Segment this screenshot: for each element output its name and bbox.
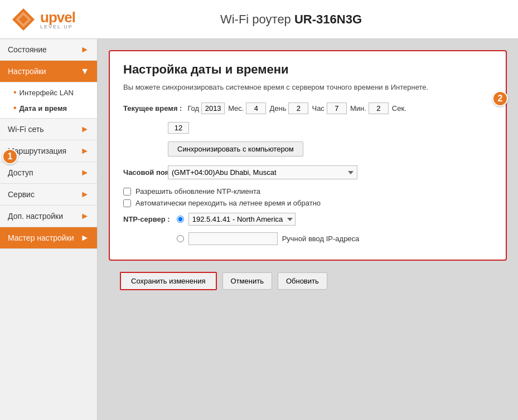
month-input[interactable] [246,102,266,114]
min-group: Мин. [350,102,389,114]
hour-input[interactable] [327,102,347,114]
sync-btn-row: Синхронизировать с компьютером [168,141,492,157]
ntp-manual-label: Ручной ввод IP-адреса [282,235,360,243]
logo-sub: LEVEL UP [40,24,75,30]
tz-row: Часовой пояс : (GMT+04:00)Abu Dhabi, Mus… [123,165,492,179]
month-group: Мес. [228,102,266,114]
sidebar-item-nastroyki[interactable]: Настройки ▼ [0,61,97,82]
sidebar-label-sostoyanie: Состояние [8,45,47,54]
min-label: Мин. [350,104,366,113]
card-desc: Вы можете синхронизировать системное вре… [123,82,492,92]
sidebar-label-nastroyki: Настройки [8,67,46,76]
sidebar-label-master: Мастер настройки [8,233,74,242]
refresh-button[interactable]: Обновить [278,272,327,290]
sidebar-label-dop: Доп. настройки [8,212,63,221]
sec-label: Сек. [392,104,406,113]
ntp-manual-radio[interactable] [177,235,184,242]
current-time-row: Текущее время : Год Мес. День Час [123,102,492,114]
subitem-lan-label: Интерфейс LAN [20,89,74,97]
year-group: Год [187,102,225,114]
hour-label: Час [312,104,324,113]
subitem-datetime-label: Дата и время [20,104,67,113]
logo-icon [11,7,36,32]
day-label: День [269,104,286,113]
sidebar-submenu-nastroyki: • Интерфейс LAN • Дата и время [0,82,97,119]
min-input[interactable] [369,102,389,114]
button-row: Сохранить изменения Отменить Обновить [109,272,507,290]
chevron-right-icon-wifi: ► [80,124,89,134]
sec-input[interactable] [168,122,189,134]
day-input[interactable] [288,102,308,114]
chevron-right-icon-dop: ► [80,211,89,221]
sec-group: Сек. [392,104,406,113]
sidebar-label-dostup: Доступ [8,168,33,177]
time-label: Текущее время : [123,104,182,113]
sync-button[interactable]: Синхронизировать с компьютером [168,141,303,157]
settings-card: Настройка даты и времени Вы можете синхр… [109,50,507,261]
cancel-button[interactable]: Отменить [222,272,272,290]
ntp-manual-row: Ручной ввод IP-адреса [177,232,360,245]
sidebar-item-dostup[interactable]: Доступ ► [0,162,97,184]
chevron-right-icon-master: ► [80,233,89,243]
ntp-section: NTP-сервер : 192.5.41.41 - North America… [123,213,492,248]
tz-label: Часовой пояс : [123,168,162,177]
sidebar-subitem-lan[interactable]: • Интерфейс LAN [0,85,97,100]
ntp-fields: 192.5.41.41 - North America 129.6.15.28 … [177,213,360,248]
month-label: Мес. [228,104,244,113]
badge-1: 1 [2,149,18,164]
ntp-enable-checkbox[interactable] [123,188,131,196]
chevron-right-icon-dostup: ► [80,168,89,178]
header: upvel LEVEL UP Wi-Fi роутер UR-316N3G [0,0,518,39]
chevron-down-icon: ▼ [80,66,89,76]
save-button[interactable]: Сохранить изменения [120,272,217,290]
sidebar-label-wifi: Wi-Fi сеть [8,125,44,134]
content-area: Настройка даты и времени Вы можете синхр… [98,39,518,420]
dst-checkbox[interactable] [123,199,131,207]
chevron-right-icon-servis: ► [80,189,89,199]
sidebar-label-servis: Сервис [8,190,35,199]
chevron-right-icon: ► [80,45,89,55]
sidebar-item-wifi[interactable]: Wi-Fi сеть ► [0,119,97,140]
hour-group: Час [312,102,346,114]
main-layout: Состояние ► Настройки ▼ • Интерфейс LAN … [0,39,518,420]
sidebar-subitem-datetime[interactable]: • Дата и время [0,100,97,116]
ntp-server-select[interactable]: 192.5.41.41 - North America 129.6.15.28 … [188,213,296,226]
bullet-icon-2: • [13,103,17,113]
ntp-preset-radio[interactable] [177,216,184,223]
sidebar-item-master[interactable]: Мастер настройки ► [0,227,97,249]
ntp-server-label: NTP-сервер : [123,213,170,224]
logo-area: upvel LEVEL UP [11,7,75,32]
checkbox-dst-row: Автоматически переходить на летнее время… [123,199,492,207]
chevron-right-icon-marsh: ► [80,146,89,156]
header-title: Wi-Fi роутер UR-316N3G [75,12,507,27]
checkbox-ntp-row: Разрешить обновление NTP-клиента [123,187,492,196]
bullet-icon: • [13,87,17,97]
model-name: UR-316N3G [294,12,362,26]
sidebar-item-dop[interactable]: Доп. настройки ► [0,206,97,227]
day-group: День [269,102,308,114]
year-label: Год [187,104,199,113]
badge-2: 2 [492,91,508,106]
card-title: Настройка даты и времени [123,62,492,77]
ntp-enable-label[interactable]: Разрешить обновление NTP-клиента [135,187,260,196]
tz-select[interactable]: (GMT+04:00)Abu Dhabi, Muscat (GMT+00:00)… [168,165,357,179]
year-input[interactable] [201,102,225,114]
ntp-manual-input[interactable] [188,232,278,245]
dst-label[interactable]: Автоматически переходить на летнее время… [135,199,321,207]
sidebar: Состояние ► Настройки ▼ • Интерфейс LAN … [0,39,98,420]
sidebar-item-sostoyanie[interactable]: Состояние ► [0,39,97,61]
sidebar-item-servis[interactable]: Сервис ► [0,184,97,206]
ntp-preset-row: 192.5.41.41 - North America 129.6.15.28 … [177,213,360,226]
